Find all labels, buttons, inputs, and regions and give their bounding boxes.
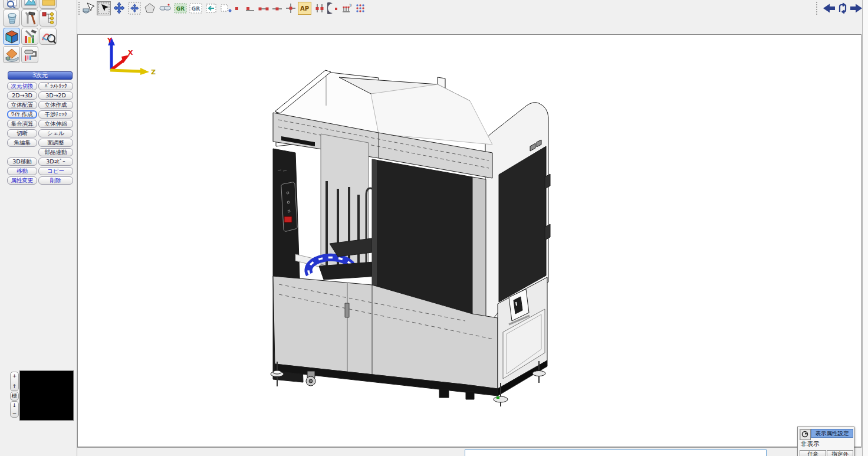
cmd-wire-create[interactable]: ﾜｲﾔ 作成 [7,110,37,119]
display-attribute-popup: 表示属性設定 非表示 任意 指定外 [797,427,854,456]
cmd-2d-to-3d[interactable]: 2D→3D [7,91,37,100]
snap-intersection-icon[interactable] [284,2,297,15]
cube-3d-icon[interactable] [3,28,20,45]
drawing-viewport[interactable]: Y X Z [77,34,862,447]
command-input[interactable] [465,450,767,456]
arrow-down-icon: ↓ [12,403,17,408]
cmd-delete[interactable]: 削除 [38,176,73,185]
cmd-attribute-change[interactable]: 属性変更 [7,176,37,185]
hidden-label: 非表示 [801,440,820,448]
snap-endpoint-icon[interactable] [244,2,256,15]
any-button[interactable]: 任意 [800,450,826,456]
machine-model [78,35,861,447]
svg-text:10: 10 [349,3,352,7]
nav-forward-icon[interactable] [849,1,863,15]
polygon-select-icon[interactable] [143,1,157,15]
cmd-solid-place[interactable]: 立体配置 [7,101,37,109]
paint-roller-icon[interactable] [21,46,38,63]
render-icon[interactable] [3,46,20,63]
snap-grid-icon[interactable] [354,2,366,15]
snap-perpendicular-icon[interactable] [313,2,326,15]
snap-divide-icon[interactable]: 10 [340,2,353,15]
cmd-shell[interactable]: シェル [38,129,73,137]
cmd-3d-copy[interactable]: 3Dｺﾋﾟｰ [38,158,73,166]
cmd-edge-edit[interactable]: 角編集 [7,139,37,147]
cmd-solid-create[interactable]: 立体作成 [38,101,73,109]
preview-icon[interactable] [3,0,20,9]
cmd-copy[interactable]: コピー [38,167,73,175]
svg-text:GR: GR [176,6,185,12]
select-entity-icon[interactable] [81,1,96,15]
snap-free-icon[interactable] [230,2,242,15]
colored-tools-icon[interactable] [21,28,38,45]
main-toolbar: GR GR AP 10 [77,0,862,18]
tools-icon[interactable] [21,9,38,27]
popup-title[interactable]: 表示属性設定 [811,429,853,438]
gr-off-icon[interactable]: GR [189,1,203,15]
unspecified-button[interactable]: 指定外 [827,450,853,456]
snap-midpoint-icon[interactable] [271,2,283,15]
cmd-cut[interactable]: 切断 [7,129,37,137]
zoom-in-button[interactable]: +↑ [10,372,19,391]
nav-swap-icon[interactable] [836,1,849,15]
snap-tangent-icon[interactable] [327,2,339,15]
svg-text:AP: AP [300,5,309,12]
box-arrow-icon[interactable] [204,1,218,15]
display-attribute-icon[interactable] [800,429,811,440]
cmd-boolean[interactable]: 集合演算 [7,120,37,128]
mode-header-3d: 3次元 [8,71,73,80]
cmd-3d-to-2d[interactable]: 3D→2D [38,91,73,100]
cmd-parametric[interactable]: ﾊﾟﾗﾒﾄﾘｯｸ [38,82,73,90]
folder-icon[interactable] [40,0,57,9]
cmd-move[interactable]: 移動 [7,167,37,175]
pan-box-icon[interactable] [127,1,142,15]
zoom-standard-button[interactable]: 標 [10,392,19,401]
cmd-interference-check[interactable]: 干渉ﾁｪｯｸ [38,110,73,119]
zoom-out-button[interactable]: ↓− [10,401,19,418]
arrow-up-icon: ↑ [12,384,17,389]
nav-toolbar-grip[interactable] [816,2,819,15]
select-box-icon[interactable] [97,1,111,15]
image-icon[interactable] [21,0,38,9]
gr-on-icon[interactable]: GR [173,1,188,15]
cmd-dimension-switch[interactable]: 次元切換 [7,82,37,90]
view-navigator[interactable] [19,370,74,421]
nav-back-icon[interactable] [821,1,836,15]
bolt-icon[interactable] [3,9,20,27]
cmd-3d-move[interactable]: 3D移動 [7,158,37,166]
format-toolbar: 線種 線色 ﾚｲﾔ 1 ｸﾞﾘｯﾄﾞ 0.0 尺度 1/12 中ﾎﾞﾀﾝ ﾊﾟﾝ… [77,17,862,34]
svg-text:GR: GR [192,6,200,12]
cmd-part-link[interactable]: 部品連動 [38,148,73,156]
snap-ap-icon[interactable]: AP [298,2,311,15]
cmd-face-adjust[interactable]: 面調整 [38,139,73,147]
pan-icon[interactable] [112,1,126,15]
toolbox-panel: 3次元 次元切換 ﾊﾟﾗﾒﾄﾘｯｸ 2D→3D 3D→2D 立体配置 立体作成 … [0,0,77,456]
snap-online-icon[interactable] [257,2,269,15]
right-edge-panel [862,0,868,456]
tree-structure-icon[interactable] [40,9,57,27]
group-link-icon[interactable] [158,1,172,15]
cmd-solid-stretch[interactable]: 立体伸縮 [38,120,73,128]
chart-search-icon[interactable] [40,28,57,45]
